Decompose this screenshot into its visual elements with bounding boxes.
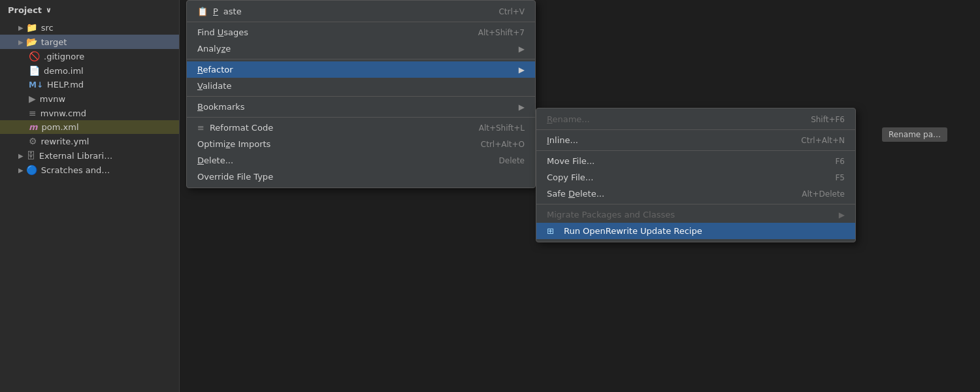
rename-shortcut: Shift+F6 — [811, 115, 845, 124]
delete-label: Delete... — [197, 155, 478, 165]
find-usages-label: Find Usages — [197, 27, 457, 37]
migrate-packages-label: Migrate Packages and Classes — [547, 210, 834, 220]
sidebar-item-label: pom.xml — [42, 122, 79, 132]
find-usages-shortcut: Alt+Shift+7 — [478, 28, 525, 37]
menu-item-rename[interactable]: Rename... Shift+F6 — [536, 111, 855, 127]
validate-label: Validate — [197, 81, 525, 91]
arrow-icon: ▶ — [18, 167, 24, 174]
override-file-type-label: Override File Type — [197, 172, 525, 182]
analyze-label: Analyze — [197, 44, 514, 54]
no-entry-icon: 🚫 — [29, 51, 40, 61]
sidebar-item-label: External Librari… — [39, 151, 112, 161]
bookmarks-arrow: ▶ — [519, 103, 525, 112]
rename-tooltip: Rename pa… — [882, 127, 947, 142]
sidebar-item-label: target — [41, 37, 67, 47]
menu-item-move-file[interactable]: Move File... F6 — [536, 153, 855, 169]
separator — [187, 96, 535, 97]
markdown-icon: M↓ — [29, 80, 43, 90]
cmd-icon: ≡ — [29, 108, 37, 118]
terminal-icon: ▶ — [29, 93, 36, 104]
inline-shortcut: Ctrl+Alt+N — [801, 136, 845, 145]
menu-item-analyze[interactable]: Analyze ▶ — [187, 41, 535, 57]
context-menu-main: 📋 Paste Ctrl+V Find Usages Alt+Shift+7 A… — [186, 0, 536, 188]
migrate-packages-arrow: ▶ — [839, 210, 845, 220]
folder-target-icon: 📂 — [26, 37, 37, 47]
reformat-code-label: ≡ Reformat Code — [197, 123, 458, 133]
rename-tooltip-text: Rename pa… — [889, 130, 941, 139]
optimize-imports-shortcut: Ctrl+Alt+O — [481, 140, 525, 149]
sidebar-header[interactable]: Project ∨ — [0, 0, 179, 20]
sidebar-item-pom-xml[interactable]: m pom.xml — [0, 120, 179, 134]
menu-item-inline[interactable]: Inline... Ctrl+Alt+N — [536, 132, 855, 148]
sidebar-item-gitignore[interactable]: 🚫 .gitignore — [0, 49, 179, 63]
refactor-arrow: ▶ — [519, 65, 525, 74]
sidebar-item-demo-iml[interactable]: 📄 demo.iml — [0, 63, 179, 78]
reformat-icon: ≡ — [197, 123, 204, 133]
file-icon: 📄 — [29, 65, 40, 76]
sidebar-item-label: .gitignore — [44, 52, 84, 61]
menu-item-run-openrewrite[interactable]: ⊞ Run OpenRewrite Update Recipe — [536, 223, 855, 239]
rename-label: Rename... — [547, 114, 790, 124]
separator — [536, 150, 855, 151]
menu-item-reformat-code[interactable]: ≡ Reformat Code Alt+Shift+L — [187, 120, 535, 136]
menu-item-copy-file[interactable]: Copy File... F5 — [536, 169, 855, 186]
paste-label: 📋 Paste — [197, 7, 478, 16]
sidebar-item-scratches[interactable]: ▶ 🔵 Scratches and… — [0, 163, 179, 177]
menu-item-delete[interactable]: Delete... Delete — [187, 152, 535, 169]
sidebar-item-label: mvnw.cmd — [41, 108, 86, 118]
menu-item-safe-delete[interactable]: Safe Delete... Alt+Delete — [536, 186, 855, 202]
copy-file-shortcut: F5 — [835, 173, 845, 182]
maven-icon: m — [29, 122, 38, 132]
sidebar-item-label: src — [41, 23, 54, 33]
sidebar-item-label: demo.iml — [44, 66, 84, 76]
separator — [187, 59, 535, 59]
folder-icon: 📁 — [26, 22, 37, 33]
safe-delete-shortcut: Alt+Delete — [802, 189, 845, 199]
yml-icon: ⚙ — [29, 136, 37, 146]
sidebar-item-label: Scratches and… — [41, 165, 110, 175]
run-openrewrite-label: Run OpenRewrite Update Recipe — [564, 226, 702, 236]
separator — [536, 204, 855, 204]
bookmarks-label: Bookmarks — [197, 102, 514, 112]
menu-item-optimize-imports[interactable]: Optimize Imports Ctrl+Alt+O — [187, 136, 535, 152]
sidebar-item-target[interactable]: ▶ 📂 target — [0, 35, 179, 49]
reformat-shortcut: Alt+Shift+L — [479, 123, 525, 133]
copy-file-label: Copy File... — [547, 172, 814, 182]
separator — [536, 129, 855, 130]
sidebar: Project ∨ ▶ 📁 src ▶ 📂 target 🚫 .gitignor… — [0, 0, 180, 392]
arrow-icon: ▶ — [18, 24, 24, 31]
arrow-icon: ▶ — [18, 39, 24, 46]
safe-delete-label: Safe Delete... — [547, 189, 781, 199]
menu-item-migrate-packages[interactable]: Migrate Packages and Classes ▶ — [536, 206, 855, 223]
sidebar-item-label: mvnw — [40, 94, 65, 104]
menu-item-bookmarks[interactable]: Bookmarks ▶ — [187, 99, 535, 115]
inline-label: Inline... — [547, 135, 780, 145]
menu-item-override-file-type[interactable]: Override File Type — [187, 169, 535, 185]
sidebar-item-rewrite-yml[interactable]: ⚙ rewrite.yml — [0, 134, 179, 148]
separator — [187, 117, 535, 118]
sidebar-item-help-md[interactable]: M↓ HELP.md — [0, 78, 179, 91]
move-file-shortcut: F6 — [835, 157, 845, 166]
delete-shortcut: Delete — [499, 156, 525, 165]
sidebar-item-mvnw-cmd[interactable]: ≡ mvnw.cmd — [0, 106, 179, 120]
analyze-arrow: ▶ — [519, 44, 525, 54]
sidebar-item-external-libraries[interactable]: ▶ 🗄 External Librari… — [0, 148, 179, 163]
menu-item-validate[interactable]: Validate — [187, 78, 535, 94]
refactor-label: Refactor — [197, 65, 514, 74]
context-menu-refactor: Rename... Shift+F6 Inline... Ctrl+Alt+N … — [536, 108, 856, 242]
menu-item-paste[interactable]: 📋 Paste Ctrl+V — [187, 3, 535, 20]
sidebar-item-src[interactable]: ▶ 📁 src — [0, 20, 179, 35]
menu-item-find-usages[interactable]: Find Usages Alt+Shift+7 — [187, 24, 535, 41]
menu-item-refactor[interactable]: Refactor ▶ — [187, 61, 535, 78]
sidebar-item-mvnw[interactable]: ▶ mvnw — [0, 91, 179, 106]
project-chevron[interactable]: ∨ — [46, 6, 52, 14]
sidebar-item-label: HELP.md — [47, 80, 84, 90]
paste-shortcut: Ctrl+V — [498, 7, 525, 16]
project-title: Project — [8, 5, 42, 15]
openrewrite-icon: ⊞ — [547, 226, 559, 236]
move-file-label: Move File... — [547, 156, 814, 166]
sidebar-item-label: rewrite.yml — [41, 137, 90, 146]
scratches-icon: 🔵 — [26, 165, 37, 175]
optimize-imports-label: Optimize Imports — [197, 139, 460, 149]
library-icon: 🗄 — [26, 150, 35, 161]
